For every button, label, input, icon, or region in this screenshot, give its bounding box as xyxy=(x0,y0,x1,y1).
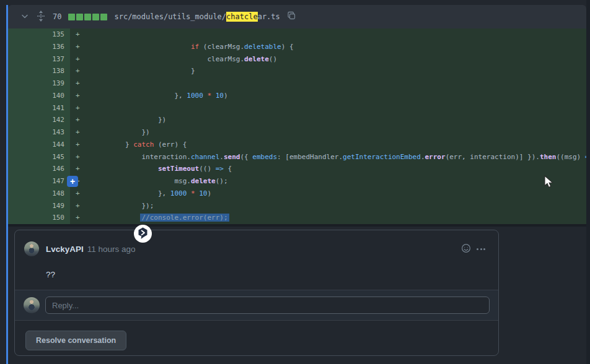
code-line: }, 1000 * 10) xyxy=(84,188,211,200)
file-header: 70 src/modules/utils_module/chatclear.ts xyxy=(8,5,586,28)
code-line xyxy=(84,102,92,115)
drag-handle-icon[interactable] xyxy=(36,11,46,24)
diff-marker: + xyxy=(70,200,84,212)
line-number[interactable]: 145 xyxy=(8,151,70,163)
diff-marker: + xyxy=(70,139,84,151)
line-number[interactable]: 144 xyxy=(8,139,70,151)
reply-section xyxy=(15,290,498,321)
diff-marker: + xyxy=(70,151,84,163)
diff-marker: + xyxy=(70,163,84,175)
comment-header: LvckyAPI 11 hours ago xyxy=(24,241,487,256)
code-line: }) xyxy=(84,114,166,126)
line-number[interactable]: 137 xyxy=(8,53,70,66)
collapse-file-button[interactable] xyxy=(20,12,29,22)
diff-row: 136+ if (clearMsg.deletable) { xyxy=(8,41,586,53)
code-line: }); xyxy=(84,200,154,212)
comment-body: ?? xyxy=(46,270,487,279)
diff-marker: + xyxy=(70,90,84,102)
diff-row: 139+ xyxy=(8,77,586,90)
diff-marker: + xyxy=(70,28,84,41)
diffstat-squares xyxy=(68,14,107,20)
diffstat-square xyxy=(84,14,91,20)
reply-input[interactable] xyxy=(45,297,490,314)
code-line: }, 1000 * 10) xyxy=(84,90,228,102)
diff-table: 135+136+ if (clearMsg.deletable) {137+ c… xyxy=(8,28,586,227)
line-number[interactable]: 150 xyxy=(8,212,70,224)
diff-marker: + xyxy=(70,77,84,90)
diffstat-square xyxy=(68,14,75,20)
page-gutter xyxy=(586,0,590,364)
diff-row: 137+ clearMsg.delete() xyxy=(8,53,586,66)
diff-row: 144+ } catch (err) { xyxy=(8,139,586,151)
line-number[interactable]: 147 xyxy=(8,175,70,188)
diff-row: 141+ xyxy=(8,102,586,115)
line-number[interactable]: 140 xyxy=(8,90,70,102)
file-diff-container: 70 src/modules/utils_module/chatclear.ts… xyxy=(8,5,586,227)
code-bubble-icon xyxy=(136,226,150,242)
copy-icon xyxy=(287,11,296,22)
smiley-icon xyxy=(461,243,471,255)
diff-row: 135+ xyxy=(8,28,586,41)
code-line: }) xyxy=(84,126,150,139)
resolve-conversation-button[interactable]: Resolve conversation xyxy=(25,331,126,350)
code-line: interaction.channel.send({ embeds: [embe… xyxy=(84,151,586,163)
diff-marker: + xyxy=(70,114,84,126)
comment-timestamp-link[interactable]: 11 hours ago xyxy=(87,245,136,254)
diff-row: 140+ }, 1000 * 10) xyxy=(8,90,586,102)
line-number[interactable]: 149 xyxy=(8,200,70,212)
add-reaction-button[interactable] xyxy=(461,243,471,255)
diff-row: 145+ interaction.channel.send({ embeds: … xyxy=(8,151,586,163)
line-number[interactable]: 138 xyxy=(8,65,70,77)
copy-path-button[interactable] xyxy=(287,11,296,22)
line-number[interactable]: 135 xyxy=(8,28,70,41)
code-line: //console.error(err); xyxy=(84,212,228,224)
diff-row: 142+ }) xyxy=(8,114,586,126)
code-line: } catch (err) { xyxy=(84,139,187,151)
diff-marker: + xyxy=(70,212,84,224)
diff-marker: + xyxy=(70,126,84,139)
code-line: setTimeout(() => { xyxy=(84,163,232,175)
code-line xyxy=(84,77,92,90)
diff-row: 147+ msg.delete();+ xyxy=(8,175,586,188)
diff-row: 150+ //console.error(err); xyxy=(8,212,586,224)
diff-marker: + xyxy=(70,188,84,200)
diff-marker: + xyxy=(70,41,84,53)
diff-marker: + xyxy=(70,53,84,66)
code-line: clearMsg.delete() xyxy=(84,53,277,66)
avatar xyxy=(24,297,40,313)
line-number[interactable]: 139 xyxy=(8,77,70,90)
diff-row: 146+ setTimeout(() => { xyxy=(8,163,586,175)
line-number[interactable]: 148 xyxy=(8,188,70,200)
line-number[interactable]: 136 xyxy=(8,41,70,53)
comment: LvckyAPI 11 hours ago xyxy=(15,230,498,289)
diff-row: 148+ }, 1000 * 10) xyxy=(8,188,586,200)
diff-row: 143+ }) xyxy=(8,126,586,139)
avatar xyxy=(24,241,39,256)
code-line: if (clearMsg.deletable) { xyxy=(84,41,294,53)
comment-options-button[interactable] xyxy=(477,248,485,250)
code-line: msg.delete(); xyxy=(84,175,228,188)
diff-marker: + xyxy=(70,65,84,77)
find-highlight: chatcle xyxy=(226,12,258,22)
diffstat-square xyxy=(100,14,107,20)
chevron-down-icon xyxy=(20,12,29,22)
diff-marker: + xyxy=(70,102,84,115)
add-line-comment-button[interactable]: + xyxy=(67,176,78,187)
diff-row: 149+ }); xyxy=(8,200,586,212)
diffstat-square xyxy=(76,14,83,20)
thread-actions: Resolve conversation xyxy=(15,321,498,355)
line-number[interactable]: 141 xyxy=(8,102,70,115)
line-number[interactable]: 142 xyxy=(8,114,70,126)
changed-lines-count: 70 xyxy=(53,12,61,21)
file-path: src/modules/utils_module/chatclear.ts xyxy=(114,12,280,21)
line-number[interactable]: 143 xyxy=(8,126,70,139)
line-number[interactable]: 146 xyxy=(8,163,70,175)
diff-row: 138+ } xyxy=(8,65,586,77)
diffstat-square xyxy=(92,14,99,20)
review-comment-card: LvckyAPI 11 hours ago xyxy=(14,230,499,356)
comment-author-link[interactable]: LvckyAPI xyxy=(46,245,84,254)
review-thread-marker-button[interactable] xyxy=(134,225,152,243)
code-line: } xyxy=(84,65,195,77)
code-line xyxy=(84,28,92,41)
